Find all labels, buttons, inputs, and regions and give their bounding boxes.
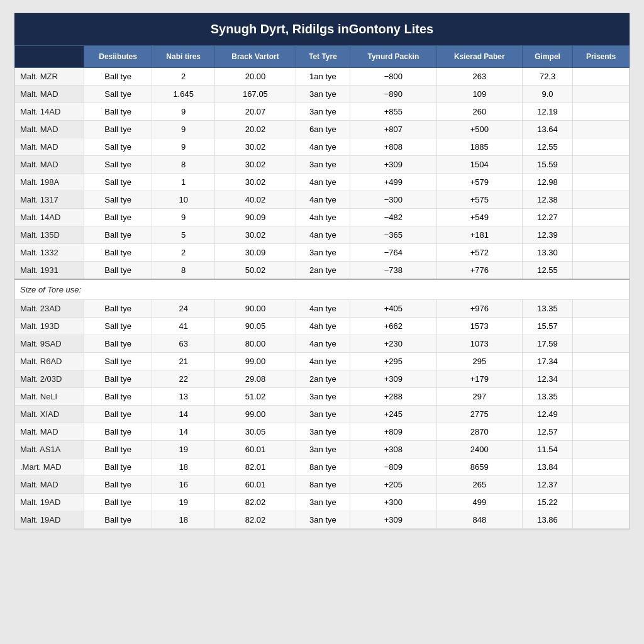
cell-name: Malt. MZR: [15, 68, 84, 86]
cell-tynurd: +205: [350, 476, 437, 494]
cell-gimpel: 13.35: [522, 388, 572, 406]
cell-nabi: 10: [152, 191, 215, 209]
cell-name: Malt. NeLl: [15, 388, 84, 406]
cell-prisents: [573, 335, 630, 353]
cell-brack: 20.07: [215, 103, 296, 121]
cell-tet: 4ah tye: [296, 209, 350, 226]
cell-tet: 3an tye: [296, 423, 350, 441]
cell-nabi: 16: [152, 476, 215, 494]
cell-desibutes: Ball tye: [84, 494, 152, 511]
cell-name: .Mart. MAD: [15, 458, 84, 476]
cell-gimpel: 12.49: [522, 406, 572, 423]
table-row: Malt. 19ADBall tye1982.023an tye+3004991…: [15, 494, 630, 511]
cell-kesierad: 2775: [436, 406, 522, 423]
cell-nabi: 18: [152, 511, 215, 529]
cell-name: Malt. MAD: [15, 156, 84, 174]
cell-prisents: [573, 103, 630, 121]
cell-kesierad: 8659: [436, 458, 522, 476]
cell-desibutes: Ball tye: [84, 423, 152, 441]
cell-brack: 30.02: [215, 174, 296, 191]
col-header-prisents: Prisents: [573, 46, 630, 68]
cell-tynurd: +807: [350, 121, 437, 138]
cell-nabi: 19: [152, 441, 215, 458]
cell-desibutes: Sall tye: [84, 318, 152, 335]
cell-name: Malt. MAD: [15, 476, 84, 494]
cell-tet: 4an tye: [296, 353, 350, 370]
cell-name: Malt. 1317: [15, 191, 84, 209]
cell-prisents: [573, 244, 630, 262]
cell-kesierad: 2400: [436, 441, 522, 458]
cell-desibutes: Ball tye: [84, 262, 152, 280]
cell-desibutes: Sall tye: [84, 156, 152, 174]
cell-nabi: 19: [152, 494, 215, 511]
cell-nabi: 5: [152, 226, 215, 244]
table-row: Malt. 9SADBall tye6380.004an tye+2301073…: [15, 335, 630, 353]
cell-name: Malt. 14AD: [15, 209, 84, 226]
cell-tet: 2an tye: [296, 262, 350, 280]
cell-kesierad: +575: [436, 191, 522, 209]
cell-tet: 6an tye: [296, 121, 350, 138]
cell-prisents: [573, 68, 630, 86]
cell-name: Malt. 19AD: [15, 511, 84, 529]
cell-name: Malt. 193D: [15, 318, 84, 335]
cell-desibutes: Ball tye: [84, 300, 152, 318]
cell-nabi: 18: [152, 458, 215, 476]
table-row: Malt. 14ADBall tye990.094ah tye−482+5491…: [15, 209, 630, 226]
table-row: Malt. 14ADBall tye920.073an tye+85526012…: [15, 103, 630, 121]
cell-gimpel: 17.59: [522, 335, 572, 353]
cell-prisents: [573, 370, 630, 388]
cell-desibutes: Sall tye: [84, 174, 152, 191]
cell-gimpel: 15.22: [522, 494, 572, 511]
cell-tet: 4an tye: [296, 138, 350, 156]
cell-kesierad: 848: [436, 511, 522, 529]
cell-tynurd: −890: [350, 86, 437, 103]
cell-nabi: 9: [152, 121, 215, 138]
table-row: Malt. 193DSall tye4190.054ah tye+6621573…: [15, 318, 630, 335]
cell-tet: 4an tye: [296, 174, 350, 191]
cell-brack: 90.00: [215, 300, 296, 318]
cell-prisents: [573, 406, 630, 423]
cell-name: Malt. R6AD: [15, 353, 84, 370]
cell-gimpel: 12.55: [522, 262, 572, 280]
cell-brack: 40.02: [215, 191, 296, 209]
cell-gimpel: 9.0: [522, 86, 572, 103]
cell-prisents: [573, 121, 630, 138]
cell-nabi: 2: [152, 68, 215, 86]
cell-brack: 29.08: [215, 370, 296, 388]
cell-brack: 51.02: [215, 388, 296, 406]
table-row: Malt. R6ADSall tye2199.004an tye+2952951…: [15, 353, 630, 370]
cell-prisents: [573, 423, 630, 441]
header-row: Desiibutes Nabi tires Brack Vartort Tet …: [15, 46, 630, 68]
cell-name: Malt. 198A: [15, 174, 84, 191]
col-header-brack: Brack Vartort: [215, 46, 296, 68]
cell-kesierad: +579: [436, 174, 522, 191]
cell-kesierad: 297: [436, 388, 522, 406]
cell-tet: 8an tye: [296, 458, 350, 476]
cell-desibutes: Ball tye: [84, 103, 152, 121]
table-row: Malt. 135DBall tye530.024an tye−365+1811…: [15, 226, 630, 244]
cell-kesierad: +179: [436, 370, 522, 388]
cell-tynurd: +300: [350, 494, 437, 511]
cell-name: Malt. MAD: [15, 423, 84, 441]
cell-gimpel: 13.30: [522, 244, 572, 262]
cell-tet: 3an tye: [296, 244, 350, 262]
cell-kesierad: 1073: [436, 335, 522, 353]
cell-gimpel: 17.34: [522, 353, 572, 370]
cell-kesierad: +181: [436, 226, 522, 244]
table-row: Malt. MADBall tye920.026an tye+807+50013…: [15, 121, 630, 138]
cell-name: Malt. XIAD: [15, 406, 84, 423]
cell-desibutes: Ball tye: [84, 68, 152, 86]
cell-tynurd: −800: [350, 68, 437, 86]
cell-kesierad: +500: [436, 121, 522, 138]
cell-tynurd: −809: [350, 458, 437, 476]
separator-label: Size of Tore use:: [15, 279, 630, 300]
cell-tynurd: −365: [350, 226, 437, 244]
cell-name: Malt. 23AD: [15, 300, 84, 318]
cell-prisents: [573, 476, 630, 494]
cell-gimpel: 12.27: [522, 209, 572, 226]
cell-brack: 30.02: [215, 138, 296, 156]
cell-desibutes: Ball tye: [84, 406, 152, 423]
cell-desibutes: Sall tye: [84, 353, 152, 370]
cell-gimpel: 12.34: [522, 370, 572, 388]
cell-nabi: 1: [152, 174, 215, 191]
